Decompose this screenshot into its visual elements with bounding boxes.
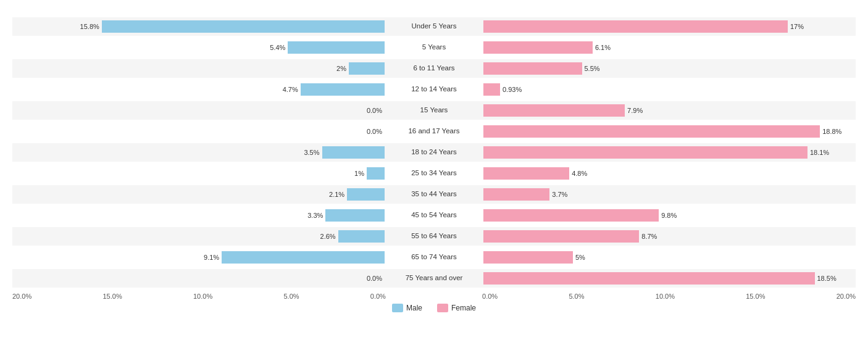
female-value-label: 3.7% xyxy=(552,191,567,198)
age-label: 6 to 11 Years xyxy=(385,64,483,73)
axis-row: 20.0%15.0%10.0%5.0%0.0%0.0%5.0%10.0%15.0… xyxy=(12,291,856,300)
axis-tick-right: 10.0% xyxy=(656,293,675,300)
left-section: 2.6% xyxy=(12,227,385,246)
age-label: 25 to 34 Years xyxy=(385,169,483,178)
male-value-label: 0.0% xyxy=(367,128,382,135)
axis-tick-right: 20.0% xyxy=(837,293,856,300)
right-section: 0.93% xyxy=(483,80,856,99)
male-legend-label: Male xyxy=(406,304,422,312)
axis-tick-left: 15.0% xyxy=(102,293,122,300)
male-bar xyxy=(367,167,385,180)
female-value-label: 0.93% xyxy=(503,86,522,93)
bar-row: 1%25 to 34 Years4.8% xyxy=(12,164,856,183)
axis-tick-left: 5.0% xyxy=(283,293,299,300)
male-value-label: 9.1% xyxy=(204,254,219,261)
age-label: 65 to 74 Years xyxy=(385,253,483,262)
right-section: 5% xyxy=(483,248,856,267)
bar-row: 15.8%Under 5 Years17% xyxy=(12,17,856,36)
female-bar xyxy=(483,20,788,33)
bar-row: 9.1%65 to 74 Years5% xyxy=(12,248,856,267)
right-section: 3.7% xyxy=(483,185,856,204)
right-section: 7.9% xyxy=(483,101,856,120)
male-bar xyxy=(325,209,385,222)
age-label: 75 Years and over xyxy=(385,274,483,283)
legend-female: Female xyxy=(437,304,476,312)
bar-row: 3.3%45 to 54 Years9.8% xyxy=(12,206,856,225)
chart-container: 15.8%Under 5 Years17%5.4%5 Years6.1%2%6 … xyxy=(0,0,868,345)
age-label: 5 Years xyxy=(385,43,483,52)
male-bar xyxy=(347,188,385,201)
left-section: 2% xyxy=(12,59,385,78)
female-value-label: 18.1% xyxy=(810,149,829,156)
male-bar xyxy=(301,83,385,96)
bar-row: 3.5%18 to 24 Years18.1% xyxy=(12,143,856,162)
female-bar xyxy=(483,251,573,264)
axis-right: 0.0%5.0%10.0%15.0%20.0% xyxy=(482,293,856,300)
left-section: 15.8% xyxy=(12,17,385,36)
female-bar xyxy=(483,209,659,222)
bar-row: 5.4%5 Years6.1% xyxy=(12,38,856,57)
axis-tick-left: 10.0% xyxy=(193,293,212,300)
male-value-label: 5.4% xyxy=(270,44,285,51)
female-bar xyxy=(483,62,582,75)
male-bar xyxy=(322,146,385,159)
male-value-label: 3.5% xyxy=(304,149,319,156)
female-value-label: 18.8% xyxy=(822,128,841,135)
right-section: 6.1% xyxy=(483,38,856,57)
female-value-label: 4.8% xyxy=(572,170,587,177)
left-section: 1% xyxy=(12,164,385,183)
female-value-label: 6.1% xyxy=(595,44,611,51)
age-label: 55 to 64 Years xyxy=(385,232,483,241)
male-value-label: 4.7% xyxy=(283,86,298,93)
male-bar xyxy=(102,20,385,33)
female-swatch xyxy=(437,304,448,312)
bar-row: 0.0%16 and 17 Years18.8% xyxy=(12,122,856,141)
legend-row: MaleFemale xyxy=(12,304,856,312)
age-label: 45 to 54 Years xyxy=(385,211,483,220)
male-value-label: 1% xyxy=(354,170,364,177)
male-swatch xyxy=(392,304,403,312)
male-value-label: 2.1% xyxy=(329,191,344,198)
female-bar xyxy=(483,230,639,243)
female-bar xyxy=(483,104,625,117)
bar-row: 2.1%35 to 44 Years3.7% xyxy=(12,185,856,204)
female-bar xyxy=(483,125,820,138)
female-value-label: 5% xyxy=(575,254,585,261)
legend-male: Male xyxy=(392,304,422,312)
age-label: 12 to 14 Years xyxy=(385,85,483,94)
left-section: 5.4% xyxy=(12,38,385,57)
female-bar xyxy=(483,272,815,285)
left-section: 4.7% xyxy=(12,80,385,99)
male-bar xyxy=(288,41,385,54)
axis-tick-right: 5.0% xyxy=(569,293,584,300)
age-label: 35 to 44 Years xyxy=(385,190,483,199)
female-value-label: 8.7% xyxy=(641,233,657,240)
male-value-label: 15.8% xyxy=(80,23,99,30)
axis-tick-right: 0.0% xyxy=(482,293,498,300)
chart-area: 15.8%Under 5 Years17%5.4%5 Years6.1%2%6 … xyxy=(12,17,856,288)
left-section: 3.3% xyxy=(12,206,385,225)
male-value-label: 2% xyxy=(336,65,346,72)
right-section: 9.8% xyxy=(483,206,856,225)
male-bar xyxy=(222,251,385,264)
male-value-label: 0.0% xyxy=(367,275,382,282)
bar-row: 0.0%75 Years and over18.5% xyxy=(12,269,856,288)
left-section: 3.5% xyxy=(12,143,385,162)
left-section: 0.0% xyxy=(12,269,385,288)
age-label: Under 5 Years xyxy=(385,22,483,31)
axis-tick-left: 20.0% xyxy=(12,293,31,300)
axis-left: 20.0%15.0%10.0%5.0%0.0% xyxy=(12,293,386,300)
age-label: 16 and 17 Years xyxy=(385,127,483,136)
age-label: 18 to 24 Years xyxy=(385,148,483,157)
right-section: 18.5% xyxy=(483,269,856,288)
right-section: 17% xyxy=(483,17,856,36)
female-bar xyxy=(483,146,807,159)
female-value-label: 17% xyxy=(790,23,804,30)
male-bar xyxy=(338,230,385,243)
male-value-label: 0.0% xyxy=(367,107,382,114)
female-bar xyxy=(483,188,549,201)
bar-row: 2%6 to 11 Years5.5% xyxy=(12,59,856,78)
axis-tick-right: 15.0% xyxy=(746,293,765,300)
left-section: 9.1% xyxy=(12,248,385,267)
bar-row: 4.7%12 to 14 Years0.93% xyxy=(12,80,856,99)
